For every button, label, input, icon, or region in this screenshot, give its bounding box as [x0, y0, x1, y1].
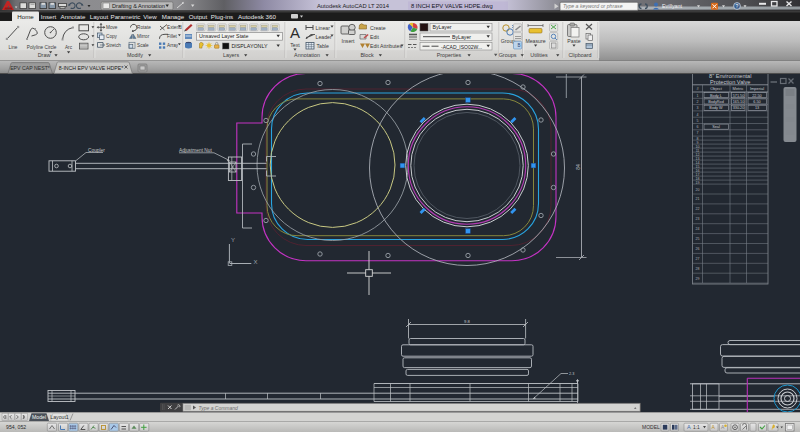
svg-text:8 INCH EPV VALVE HDPE.dwg: 8 INCH EPV VALVE HDPE.dwg — [411, 3, 493, 9]
svg-text:Properties: Properties — [437, 52, 462, 58]
svg-text:Line: Line — [9, 45, 18, 50]
svg-text:A: A — [290, 24, 300, 41]
svg-text:Body L: Body L — [710, 94, 722, 98]
svg-text:Imperial: Imperial — [750, 86, 764, 91]
svg-text:Edit Attributes: Edit Attributes — [370, 43, 402, 49]
svg-text:21: 21 — [696, 197, 700, 201]
svg-text:3: 3 — [697, 106, 699, 110]
svg-text:Paste: Paste — [567, 38, 580, 44]
svg-text:Group: Group — [501, 38, 516, 44]
svg-text:DISPLAYONLY: DISPLAYONLY — [232, 43, 268, 49]
svg-text:Leader: Leader — [316, 34, 332, 40]
svg-text:Annotation: Annotation — [294, 52, 320, 58]
svg-text:Create: Create — [370, 25, 386, 31]
svg-text:Annotate: Annotate — [61, 13, 86, 20]
svg-text:Copy: Copy — [106, 34, 118, 39]
svg-text:Type a keyword or phrase: Type a keyword or phrase — [563, 3, 623, 9]
svg-text:Block: Block — [360, 52, 373, 58]
svg-text:Measure: Measure — [525, 38, 545, 44]
svg-text:MODEL: MODEL — [642, 424, 660, 430]
svg-text:24: 24 — [696, 227, 700, 231]
svg-text:13: 13 — [755, 106, 759, 110]
svg-text:26: 26 — [696, 247, 700, 251]
svg-text:Model: Model — [32, 414, 46, 420]
svg-text:ByLayer: ByLayer — [452, 34, 471, 40]
svg-text:Protection Valve: Protection Valve — [710, 79, 750, 85]
svg-text:Insert: Insert — [41, 13, 57, 20]
svg-text:165.10: 165.10 — [733, 100, 745, 104]
svg-text:Edit: Edit — [370, 34, 379, 40]
svg-text:84: 84 — [575, 164, 581, 170]
svg-text:1:1: 1:1 — [693, 425, 700, 430]
svg-text:23: 23 — [696, 217, 700, 221]
svg-text:5: 5 — [697, 119, 699, 123]
svg-text:Scale: Scale — [137, 43, 149, 48]
svg-text:Layers: Layers — [223, 52, 239, 58]
svg-text:8-INCH EPV VALVE HDPE*: 8-INCH EPV VALVE HDPE* — [59, 65, 123, 71]
svg-text:7: 7 — [697, 131, 699, 135]
svg-text:9.8: 9.8 — [464, 319, 470, 324]
svg-text:X: X — [253, 259, 257, 265]
svg-text:Autodesk 360: Autodesk 360 — [238, 13, 276, 20]
svg-text:19: 19 — [696, 181, 700, 185]
svg-text:Polyline: Polyline — [27, 45, 44, 50]
svg-text:Groups: Groups — [499, 52, 517, 58]
svg-text:-ACAD_ISO02W...: -ACAD_ISO02W... — [441, 44, 482, 50]
svg-text:Output: Output — [189, 13, 208, 20]
svg-text:Object: Object — [710, 86, 722, 91]
svg-text:ByLayer: ByLayer — [433, 24, 452, 30]
svg-text:Utilities: Utilities — [530, 52, 548, 58]
svg-text:Array: Array — [167, 43, 179, 48]
svg-text:27: 27 — [696, 257, 700, 261]
svg-text:Adjustment Nut: Adjustment Nut — [179, 148, 212, 153]
svg-text:Autodesk AutoCAD LT 2014: Autodesk AutoCAD LT 2014 — [317, 3, 390, 9]
svg-text:4: 4 — [697, 113, 699, 117]
svg-text:25: 25 — [696, 237, 700, 241]
svg-text:Metric: Metric — [733, 86, 744, 91]
svg-text:22.50: 22.50 — [752, 94, 762, 98]
svg-text:BodyRod: BodyRod — [708, 100, 724, 104]
svg-text:22: 22 — [696, 207, 700, 211]
svg-text:29: 29 — [696, 277, 700, 281]
svg-text:EPV CAP NEST*: EPV CAP NEST* — [10, 65, 50, 71]
svg-text:330.20: 330.20 — [733, 106, 745, 110]
svg-text:Y: Y — [231, 237, 235, 243]
svg-text:Rotate: Rotate — [137, 25, 151, 30]
svg-text:Insert: Insert — [342, 38, 356, 44]
svg-text:Linear: Linear — [316, 25, 331, 31]
svg-text:Type a Command: Type a Command — [199, 405, 239, 411]
svg-text:Plug-ins: Plug-ins — [211, 13, 233, 20]
svg-text:Seal: Seal — [712, 125, 720, 129]
svg-text:Home: Home — [17, 13, 34, 20]
svg-text:6: 6 — [697, 125, 699, 129]
svg-text:Parametric: Parametric — [111, 13, 141, 20]
svg-text:Drafting & Annotation: Drafting & Annotation — [112, 3, 165, 9]
svg-text:A: A — [687, 424, 691, 430]
svg-text:Text: Text — [290, 42, 300, 48]
svg-text:Mirror: Mirror — [137, 34, 150, 39]
svg-text:Circle: Circle — [45, 45, 57, 50]
svg-text:Clipboard: Clipboard — [568, 52, 591, 58]
svg-text:2: 2 — [697, 100, 699, 104]
svg-text:2.3: 2.3 — [569, 372, 574, 376]
svg-text:Arc: Arc — [65, 45, 73, 50]
svg-text:Layout1: Layout1 — [50, 414, 69, 420]
svg-text:954, 052: 954, 052 — [6, 424, 26, 430]
svg-text:Coupler: Coupler — [88, 148, 105, 153]
svg-text:Fillet: Fillet — [167, 34, 178, 39]
svg-text:Layout: Layout — [90, 13, 109, 20]
svg-text:Table: Table — [317, 43, 330, 49]
svg-text:?: ? — [736, 3, 739, 9]
svg-text:571.50: 571.50 — [733, 94, 745, 98]
svg-text:Stretch: Stretch — [106, 43, 121, 48]
svg-text:Draw: Draw — [38, 52, 51, 58]
svg-text:28: 28 — [696, 267, 700, 271]
svg-text:Manage: Manage — [162, 13, 185, 20]
svg-text:Modify: Modify — [127, 52, 143, 58]
svg-text:1: 1 — [697, 94, 699, 98]
svg-text:Unsaved Layer State: Unsaved Layer State — [199, 33, 249, 39]
svg-text:Evillyant: Evillyant — [662, 3, 683, 9]
svg-text:View: View — [143, 13, 157, 20]
svg-text:20: 20 — [696, 188, 700, 192]
svg-text:B: B — [518, 43, 521, 48]
